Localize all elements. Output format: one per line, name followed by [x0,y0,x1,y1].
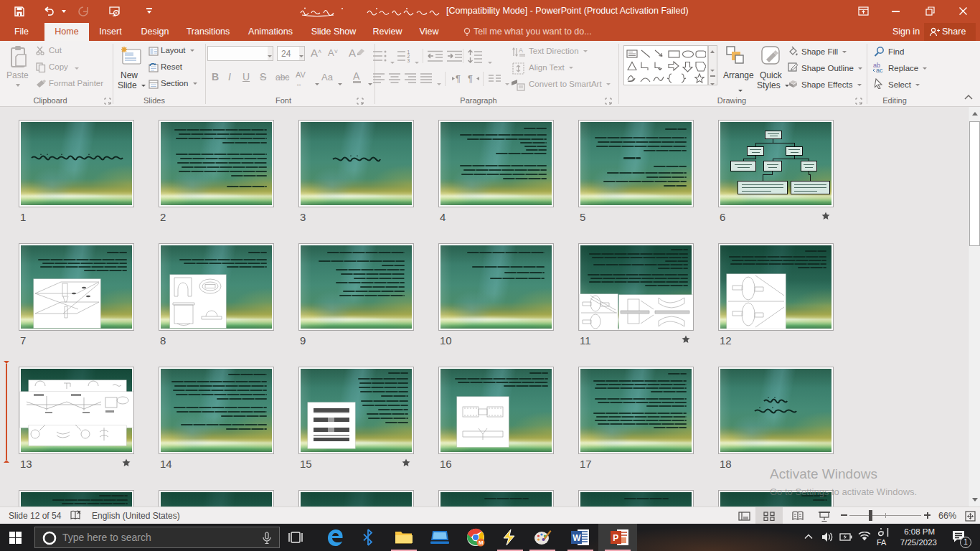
svg-text:P: P [613,533,618,543]
svg-text:A: A [519,47,523,54]
svg-text:3: 3 [407,58,410,63]
svg-text:W: W [573,533,581,543]
svg-text:M: M [479,540,484,546]
svg-text:¶: ¶ [468,73,473,84]
svg-text:ac: ac [876,67,883,73]
svg-text:¶: ¶ [456,73,461,84]
